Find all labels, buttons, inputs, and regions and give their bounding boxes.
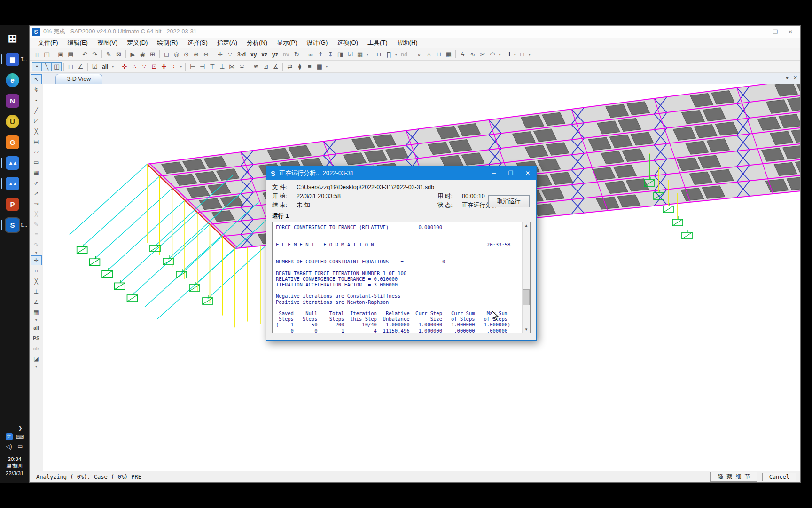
sep[interactable] [159,50,160,58]
frame-section-icon[interactable]: ∏ [384,50,394,59]
modify-trim-icon[interactable]: ⊿ [261,62,271,71]
object-shrink-icon[interactable]: ◨ [336,50,345,59]
select-line-icon[interactable]: ╲ [42,62,52,71]
battery-icon[interactable]: ▭ [16,443,24,450]
shape-caret[interactable]: ▾ [527,50,532,59]
draw-caret[interactable]: ▾ [31,250,42,255]
layers-icon[interactable]: ≡ [31,230,42,239]
hide-details-button[interactable]: 隐 藏 细 节 [710,472,757,482]
text-caret[interactable]: ▾ [513,50,517,59]
volume-icon[interactable]: ◁) [5,443,13,450]
draw-area-icon[interactable]: ⊡ [149,62,159,71]
deselect-icon[interactable]: ◪ [31,354,42,364]
edit-mesh-icon[interactable]: ▦ [314,62,324,71]
view-nv-button[interactable]: nv [281,50,292,59]
statusbar-cancel-button[interactable]: Cancel [762,473,796,481]
onenote-icon[interactable]: N [0,90,29,111]
sep[interactable] [63,63,64,71]
rotate-view-icon[interactable]: ↻ [292,50,302,59]
curve-tool-icon[interactable]: ↷ [31,240,42,250]
draw-poly-area-icon[interactable]: ▱ [31,147,42,157]
snap-grid-icon[interactable]: ▦ [31,307,42,317]
model-alive-icon[interactable]: ⊞ [148,50,157,59]
nd-button[interactable]: nd [398,50,410,59]
scrollbar-thumb[interactable] [523,289,530,305]
sep[interactable] [504,50,504,58]
rubber-band-zoom-icon[interactable]: ◻ [162,50,172,59]
snap-ends-icon[interactable]: ○ [31,266,42,276]
named-views-icon[interactable]: ∞ [306,50,316,59]
text-tool-icon[interactable]: I [506,50,512,59]
g-app-icon[interactable]: G [0,132,29,152]
zoom-out-icon[interactable]: ⊖ [201,50,211,59]
select-window-icon[interactable]: ◫ [52,62,62,71]
edit-caret[interactable]: ▾ [324,62,329,71]
sep[interactable] [249,63,249,71]
menu-tools[interactable]: 工具(T) [363,38,392,48]
menu-select[interactable]: 选择(S) [182,38,212,48]
tim-app-icon[interactable]: ▤ T... [0,49,29,70]
lock-model-icon[interactable]: ⊠ [114,50,124,59]
quick-draw-frame-icon[interactable]: ◸ [31,116,42,126]
tab-3d-view[interactable]: 3-D View [55,74,102,84]
joint-assign-icon[interactable]: ∘ [414,50,424,59]
assign-spring-icon[interactable]: ⋈ [227,62,237,71]
menu-define[interactable]: 定义(D) [122,38,152,48]
set-display-options-icon[interactable]: ☑ [345,50,355,59]
sap2000-taskbar-icon[interactable]: S 0... [0,214,29,235]
start-button[interactable]: ⊞ [0,28,29,49]
menu-edit[interactable]: 编辑(E) [63,38,93,48]
sep[interactable] [87,63,88,71]
joint-pattern-icon[interactable]: ⊔ [434,50,444,59]
snap-intersections-icon[interactable]: ╳ [31,276,42,286]
menu-file[interactable]: 文件(F) [33,38,63,48]
menu-draw[interactable]: 绘制(R) [152,38,182,48]
open-file-icon[interactable]: ◳ [42,50,52,59]
maximize-button[interactable]: ❐ [768,29,783,35]
move-up-list-icon[interactable]: ↥ [316,50,326,59]
view-3d-button[interactable]: 3-d [235,50,248,59]
tray-expand-icon[interactable]: ❯ [18,425,23,431]
tab-close-icon[interactable]: ✕ [793,75,797,81]
quick-run-icon[interactable]: ϟ [458,50,468,59]
draw-2joint-link-icon[interactable]: ⇗ [31,178,42,188]
mountain-app-2-icon[interactable]: ▲▲ [0,173,29,194]
node-view-icon[interactable]: ∵ [225,50,235,59]
previous-zoom-icon[interactable]: ⊙ [181,50,191,59]
select-caret[interactable]: ▾ [31,364,42,369]
quick-draw-secondary-beams-icon[interactable]: ▤ [31,136,42,146]
clear-selection-button[interactable]: clr [31,343,42,353]
sep[interactable] [455,50,456,58]
sep[interactable] [304,50,304,58]
section-cut-icon[interactable]: ✂ [477,50,487,59]
draw-mode-icon[interactable]: ✎ [104,50,114,59]
keyboard-icon[interactable]: ⌨ [16,433,24,441]
sep[interactable] [213,50,213,58]
assign-restraint-icon[interactable]: ⊥ [217,62,227,71]
ime-icon[interactable]: 拼 [6,433,13,440]
close-button[interactable]: ✕ [783,29,798,35]
cancel-run-button[interactable]: 取消运行 [488,195,530,207]
quick-link-icon[interactable]: ⇝ [31,198,42,208]
quick-draw-area-icon[interactable]: ▦ [31,167,42,177]
menu-options[interactable]: 选项(O) [332,38,363,48]
draw-frame-icon[interactable]: ∴ [129,62,139,71]
select-all-button[interactable]: all [31,323,42,333]
sep[interactable] [125,50,126,58]
draw-frame-cable-icon[interactable]: ╱ [31,105,42,115]
draw-link-icon[interactable]: ✚ [159,62,169,71]
assign-joint-icon[interactable]: ⊢ [187,62,197,71]
assign-area-icon[interactable]: ⊤ [207,62,217,71]
draw-rect-area-icon[interactable]: ▭ [31,157,42,167]
snap-perpendicular-icon[interactable]: ⊥ [31,286,42,296]
move-down-list-icon[interactable]: ↧ [326,50,336,59]
display-caret[interactable]: ▾ [365,50,370,59]
edit-replicate-icon[interactable]: ⧫ [295,62,304,71]
draw-caret[interactable]: ▾ [179,62,183,71]
modify-divide-icon[interactable]: ≋ [251,62,261,71]
zoom-in-icon[interactable]: ⊕ [191,50,201,59]
sep[interactable] [78,50,78,58]
view-xy-button[interactable]: xy [248,50,259,59]
reshape-object-icon[interactable]: ↯ [31,85,42,95]
modify-extend-icon[interactable]: ∡ [271,62,281,71]
